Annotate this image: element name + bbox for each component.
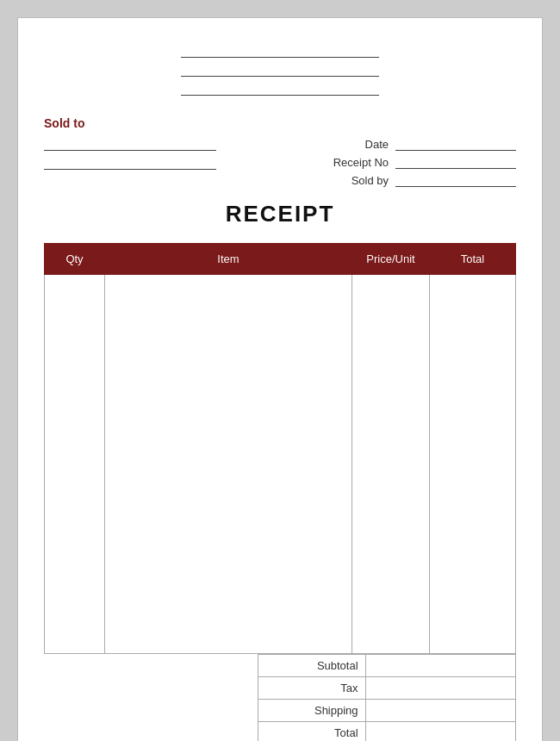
address-line-3	[181, 82, 379, 96]
sold-by-row: Sold by	[352, 173, 516, 187]
cell-item[interactable]	[105, 275, 352, 654]
receipt-title: RECEIPT	[44, 201, 516, 227]
col-header-price: Price/Unit	[352, 244, 430, 275]
address-line-1	[181, 44, 379, 58]
summary-section: Subtotal Tax Shipping Total	[44, 654, 516, 741]
sold-to-field-1[interactable]	[44, 137, 216, 151]
col-header-item: Item	[105, 244, 352, 275]
info-row: Date Receipt No Sold by	[44, 137, 516, 187]
shipping-label: Shipping	[258, 700, 366, 722]
address-line-2	[181, 63, 379, 77]
cell-total[interactable]	[430, 275, 516, 654]
receipt-table: Qty Item Price/Unit Total	[44, 243, 516, 654]
shipping-value[interactable]	[365, 700, 515, 722]
total-row: Total	[258, 722, 516, 742]
tax-label: Tax	[258, 677, 366, 700]
sold-to-fields	[44, 137, 216, 170]
tax-row: Tax	[258, 677, 516, 700]
sold-by-label: Sold by	[352, 174, 389, 187]
date-input[interactable]	[395, 137, 516, 151]
receipt-no-label: Receipt No	[333, 156, 389, 169]
subtotal-value[interactable]	[365, 655, 515, 677]
receipt-no-row: Receipt No	[333, 155, 516, 169]
col-header-total: Total	[430, 244, 516, 275]
date-row: Date	[365, 137, 516, 151]
summary-table: Subtotal Tax Shipping Total	[258, 654, 516, 741]
subtotal-label: Subtotal	[258, 655, 366, 677]
total-label: Total	[258, 722, 366, 742]
cell-qty[interactable]	[45, 275, 105, 654]
tax-value[interactable]	[365, 677, 515, 700]
subtotal-row: Subtotal	[258, 655, 516, 677]
date-label: Date	[365, 138, 389, 151]
table-data-row	[45, 275, 516, 654]
shipping-row: Shipping	[258, 700, 516, 722]
date-fields: Date Receipt No Sold by	[333, 137, 516, 187]
sold-to-field-2[interactable]	[44, 156, 216, 170]
total-value[interactable]	[365, 722, 515, 742]
address-block	[44, 44, 516, 101]
table-header-row: Qty Item Price/Unit Total	[45, 244, 516, 275]
sold-to-label: Sold to	[44, 116, 516, 130]
receipt-page: Sold to Date Receipt No Sold by RECEIPT	[17, 17, 543, 741]
col-header-qty: Qty	[45, 244, 105, 275]
cell-price[interactable]	[352, 275, 430, 654]
sold-by-input[interactable]	[395, 173, 516, 187]
receipt-no-input[interactable]	[395, 155, 516, 169]
